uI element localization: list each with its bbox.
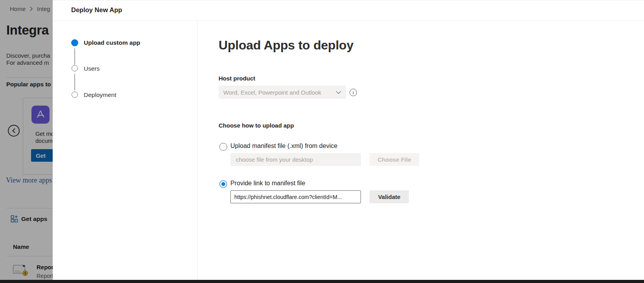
choose-file-button[interactable]: Choose File <box>370 153 419 166</box>
step-circle <box>72 65 78 71</box>
info-icon[interactable] <box>350 89 357 96</box>
step-upload-custom-app[interactable]: Upload custom app <box>84 39 140 46</box>
panel-header: Deploy New App <box>53 0 644 21</box>
host-product-label: Host product <box>219 75 255 82</box>
file-path-input[interactable] <box>230 153 361 166</box>
radio-upload-manifest-file-label: Upload manifest file (.xml) from device <box>230 142 337 150</box>
radio-provide-link-label: Provide link to manifest file <box>230 180 305 187</box>
upload-section-heading: Choose how to upload app <box>219 122 294 129</box>
host-product-dropdown[interactable]: Word, Excel, Powerpoint and Outlook <box>219 86 346 99</box>
step-deployment[interactable]: Deployment <box>84 91 116 99</box>
step-circle <box>72 91 78 98</box>
step-active-dot <box>71 39 78 46</box>
step-users[interactable]: Users <box>84 65 99 72</box>
host-product-value: Word, Excel, Powerpoint and Outlook <box>223 89 336 96</box>
screen: Home Integ Integra Discover, purcha For … <box>0 0 644 283</box>
manifest-url-input[interactable] <box>230 190 361 203</box>
step-connector <box>74 74 75 90</box>
radio-upload-manifest-file[interactable] <box>219 143 227 151</box>
deploy-new-app-panel: Deploy New App Upload custom app Users D… <box>53 0 644 283</box>
panel-content: Upload Apps to deploy Host product Word,… <box>198 21 644 283</box>
panel-title: Deploy New App <box>71 6 122 14</box>
bottom-window-edge <box>0 280 644 283</box>
content-heading: Upload Apps to deploy <box>219 38 353 53</box>
step-connector <box>74 48 75 65</box>
chevron-down-icon <box>336 91 341 94</box>
validate-button[interactable]: Validate <box>370 190 409 203</box>
wizard-stepper: Upload custom app Users Deployment <box>53 21 198 283</box>
radio-provide-link[interactable] <box>219 180 227 188</box>
